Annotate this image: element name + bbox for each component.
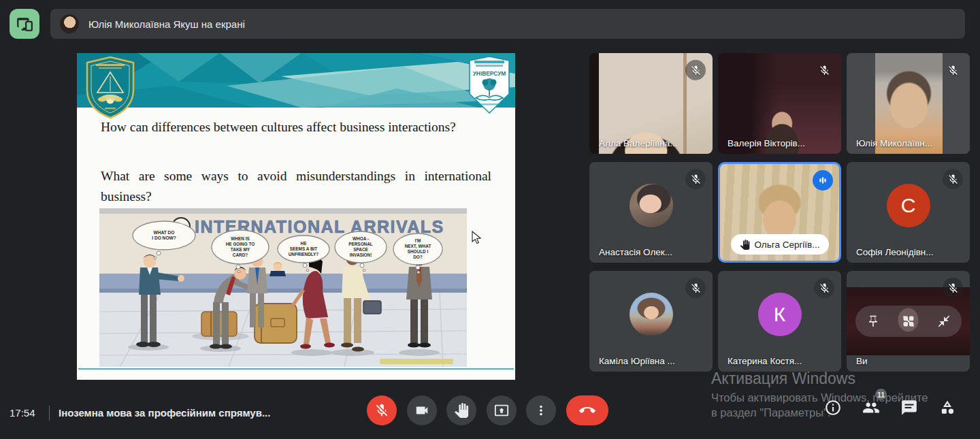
- present-to-all-icon: [494, 403, 509, 418]
- participant-grid: Алла Валеріївна... Валерія Вікторів... Ю…: [589, 53, 970, 372]
- mouse-cursor: [472, 231, 481, 244]
- speaking-indicator-icon: [813, 170, 833, 191]
- mic-off-icon: [374, 403, 389, 418]
- present-screen-button[interactable]: [487, 395, 517, 425]
- presenter-banner-text: Юлія Миколаївна Якуш на екрані: [88, 18, 245, 30]
- participant-tile-4[interactable]: Анастасія Олек...: [589, 162, 713, 263]
- svg-text:SPACE: SPACE: [353, 247, 368, 252]
- screen-share-chip[interactable]: [10, 9, 39, 39]
- raise-hand-button[interactable]: [446, 395, 476, 425]
- svg-text:WHAT DO: WHAT DO: [153, 230, 174, 235]
- mic-off-icon: [943, 60, 963, 80]
- participant-tile-5-speaking[interactable]: Ольга Сергіїв...: [718, 162, 841, 263]
- svg-text:UNFRIENDLY?: UNFRIENDLY?: [289, 252, 319, 257]
- mic-off-icon: [685, 278, 706, 298]
- mic-off-icon: [943, 278, 963, 298]
- hand-raised-pill: Ольга Сергіїв...: [730, 234, 828, 255]
- mic-off-icon: [943, 169, 963, 189]
- videocam-icon: [414, 403, 429, 418]
- cartoon-watermark: [380, 359, 453, 364]
- visual-effects-off-icon[interactable]: [902, 314, 915, 328]
- letter-avatar: К: [758, 293, 802, 336]
- svg-text:WHEN IS: WHEN IS: [231, 236, 250, 241]
- meeting-name: Іноземна мова за професійним спрямув...: [59, 407, 270, 419]
- participant-tile-you[interactable]: Ви: [847, 271, 970, 372]
- windows-activation-watermark: Активация Windows Чтобы активировать Win…: [711, 370, 936, 420]
- participant-name: Каміла Юріївна ...: [599, 356, 675, 366]
- participant-count-badge: 11: [875, 389, 887, 400]
- slide-question-1: How can differences between cultures aff…: [101, 117, 491, 137]
- devices-icon: [16, 15, 33, 33]
- activities-icon: [938, 399, 956, 417]
- mic-off-icon: [685, 60, 706, 80]
- svg-text:NEXT, WHAT: NEXT, WHAT: [405, 244, 431, 249]
- camera-toggle-button[interactable]: [407, 395, 437, 425]
- end-call-button[interactable]: [566, 395, 608, 425]
- participant-name: Ви: [856, 356, 868, 366]
- svg-text:DO?: DO?: [413, 255, 423, 259]
- avatar: [630, 293, 673, 336]
- more-options-button[interactable]: [526, 395, 556, 425]
- svg-text:TAKE MY: TAKE MY: [231, 247, 250, 252]
- activities-button[interactable]: [938, 398, 957, 417]
- university-crest-logo: [84, 56, 137, 120]
- participant-name: Юлія Миколаївн...: [856, 138, 932, 148]
- universum-college-logo: УНІВЕРСУМ: [466, 55, 512, 115]
- minimize-icon[interactable]: [937, 314, 951, 328]
- slide-header-band: [77, 53, 515, 108]
- participant-name: Катерина Костя...: [728, 356, 802, 366]
- participant-name: Софія Леонідівн...: [856, 247, 934, 257]
- slide-divider-line: [78, 368, 514, 370]
- hand-icon: [454, 403, 469, 418]
- presenter-banner: Юлія Миколаївна Якуш на екрані: [50, 9, 965, 39]
- participant-tile-6[interactable]: С Софія Леонідівн...: [847, 162, 970, 263]
- mic-off-icon: [685, 169, 706, 189]
- call-controls: [367, 395, 608, 425]
- universum-label: УНІВЕРСУМ: [473, 70, 506, 77]
- svg-text:SEEMS A BIT: SEEMS A BIT: [290, 246, 317, 251]
- svg-text:I DO NOW?: I DO NOW?: [152, 235, 176, 240]
- participant-name: Алла Валеріївна...: [599, 138, 678, 148]
- participant-name: Валерія Вікторів...: [728, 138, 805, 148]
- participant-tile-3[interactable]: Юлія Миколаївн...: [847, 53, 970, 154]
- svg-text:PERSONAL: PERSONAL: [348, 242, 373, 246]
- participant-name: Ольга Сергіїв...: [754, 240, 819, 250]
- mic-off-icon: [814, 60, 834, 80]
- shared-screen-slide: УНІВЕРСУМ How can differences between cu…: [77, 53, 515, 380]
- self-tile-hover-controls: [855, 306, 962, 337]
- watermark-title: Активация Windows: [711, 370, 936, 387]
- call-end-icon: [579, 402, 595, 419]
- letter-avatar: С: [887, 184, 930, 227]
- svg-text:CARD?: CARD?: [233, 253, 248, 257]
- participant-name: Анастасія Олек...: [599, 247, 672, 257]
- participant-tile-7[interactable]: Каміла Юріївна ...: [589, 271, 713, 372]
- slide-question-2: What are some ways to avoid misunderstan…: [101, 166, 491, 207]
- international-arrivals-cartoon: ✈ INTERNATIONAL ARRIVALS: [99, 208, 467, 367]
- participant-tile-1[interactable]: Алла Валеріївна...: [589, 53, 713, 154]
- clock: 17:54: [10, 407, 35, 419]
- pin-icon[interactable]: [866, 314, 880, 328]
- meet-window: Юлія Миколаївна Якуш на екрані: [0, 0, 980, 439]
- participant-tile-2[interactable]: Валерія Вікторів...: [718, 53, 841, 154]
- svg-text:HE GOING TO: HE GOING TO: [226, 242, 255, 246]
- avatar: [630, 184, 673, 227]
- divider: [49, 406, 50, 421]
- svg-text:WHOA -: WHOA -: [353, 236, 369, 241]
- svg-text:SHOULD I: SHOULD I: [408, 249, 429, 254]
- hand-raised-icon: [739, 240, 749, 250]
- participant-tile-8[interactable]: К Катерина Костя...: [718, 271, 841, 372]
- watermark-body: Чтобы активировать Windows, перейдите в …: [711, 390, 936, 420]
- mic-toggle-button[interactable]: [367, 395, 397, 425]
- more-vert-icon: [534, 403, 549, 418]
- svg-text:INVASION!: INVASION!: [350, 253, 372, 257]
- mic-off-icon: [814, 278, 834, 298]
- presenter-avatar: [60, 14, 79, 33]
- svg-text:HE: HE: [301, 241, 308, 246]
- svg-text:I'M: I'M: [415, 238, 421, 243]
